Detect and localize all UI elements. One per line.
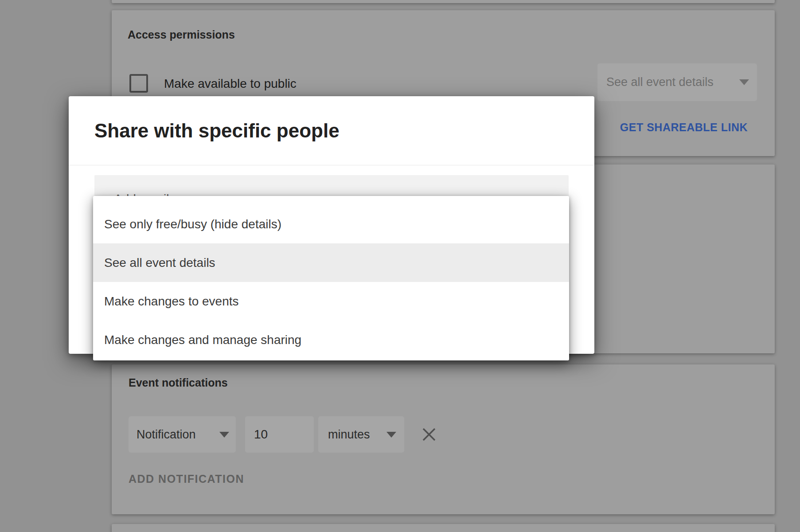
dialog-divider bbox=[69, 165, 594, 165]
notification-time-input[interactable]: 10 bbox=[245, 416, 314, 453]
event-notifications-card: Event notifications Notification 10 minu… bbox=[112, 364, 775, 514]
notification-time-value: 10 bbox=[254, 427, 268, 442]
add-notification-button[interactable]: ADD NOTIFICATION bbox=[129, 473, 244, 485]
chevron-down-icon bbox=[739, 79, 749, 85]
menu-item-make-changes[interactable]: Make changes to events bbox=[93, 282, 569, 321]
notification-type-value: Notification bbox=[137, 428, 196, 442]
get-shareable-link-button[interactable]: GET SHAREABLE LINK bbox=[620, 121, 748, 134]
previous-settings-card-sliver bbox=[112, 0, 775, 3]
notification-unit-select[interactable]: minutes bbox=[318, 416, 404, 453]
menu-item-see-all-details[interactable]: See all event details bbox=[93, 243, 569, 282]
dialog-title: Share with specific people bbox=[94, 120, 340, 141]
access-permissions-title: Access permissions bbox=[128, 28, 235, 41]
remove-notification-button[interactable] bbox=[421, 426, 437, 442]
chevron-down-icon bbox=[219, 432, 229, 438]
chevron-down-icon bbox=[386, 432, 396, 438]
make-public-checkbox[interactable] bbox=[129, 74, 148, 93]
notification-unit-value: minutes bbox=[328, 428, 370, 442]
notification-type-select[interactable]: Notification bbox=[129, 416, 236, 453]
close-icon bbox=[421, 426, 437, 442]
next-settings-card-sliver bbox=[112, 524, 775, 532]
permission-dropdown-menu: See only free/busy (hide details) See al… bbox=[93, 196, 569, 360]
make-public-label: Make available to public bbox=[164, 77, 297, 91]
public-scope-value: See all event details bbox=[606, 75, 714, 89]
menu-item-free-busy[interactable]: See only free/busy (hide details) bbox=[93, 205, 569, 243]
public-scope-select[interactable]: See all event details bbox=[597, 63, 757, 101]
menu-item-manage-sharing[interactable]: Make changes and manage sharing bbox=[93, 321, 569, 359]
event-notifications-title: Event notifications bbox=[129, 376, 228, 389]
